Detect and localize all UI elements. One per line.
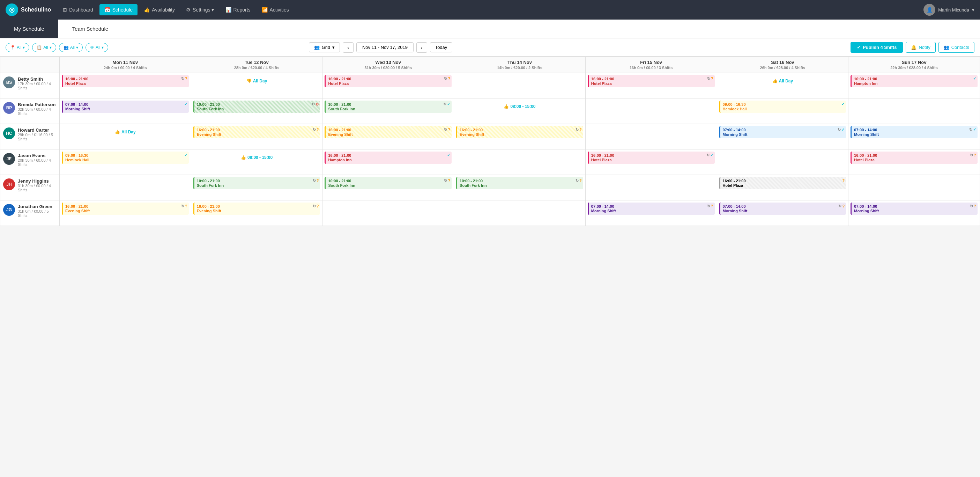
nav-reports[interactable]: 📊 Reports [221,4,256,15]
location-filter[interactable]: 📍 All ▾ [6,43,29,52]
shift-cell-p2-d0[interactable]: 👍 All Day [60,124,191,150]
shift-cell-p0-d1[interactable]: 👎 All Day [191,73,323,99]
shift-block[interactable]: 16:00 - 21:00 Evening Shift ↻? [325,126,452,138]
shift-icons: ? [842,179,845,183]
contacts-button[interactable]: 👥 Contacts [939,42,974,53]
shift-cell-p0-d4[interactable]: 16:00 - 21:00 Hotel Plaza ↻? [585,73,717,99]
shift-block[interactable]: 09:00 - 16:30 Hemlock Hall ✓ [62,152,189,164]
shift-block[interactable]: 16:00 - 21:00 Hampton Inn ✓ [325,152,452,164]
shift-block[interactable]: 16:00 - 21:00 Evening Shift ↻? [193,203,320,215]
shift-block[interactable]: 16:00 - 21:00 Hampton Inn ✓ [851,75,978,87]
shift-block[interactable]: 16:00 - 21:00 Evening Shift ↻? [456,126,583,138]
shift-block[interactable]: 07:00 - 14:00 Morning Shift ✓ [62,101,189,113]
shift-time: 16:00 - 21:00 [328,153,352,158]
notify-button[interactable]: 🔔 Notify [906,42,935,53]
shift-cell-p5-d0[interactable]: 16:00 - 21:00 Evening Shift ↻? [60,201,191,226]
person-cell-3: JE Jason Evans 20h 30m / €0.00 / 4 Shift… [0,150,60,175]
shift-cell-p4-d5[interactable]: 16:00 - 21:00 Hotel Plaza ? [717,175,848,201]
shift-cell-p3-d3[interactable] [454,150,585,175]
shift-block[interactable]: 07:00 - 14:00 Morning Shift ↻? [588,203,715,215]
tab-team-schedule[interactable]: Team Schedule [58,19,122,38]
shift-cell-p2-d3[interactable]: 16:00 - 21:00 Evening Shift ↻? [454,124,585,150]
shift-block[interactable]: 16:00 - 21:00 Evening Shift ↻? [62,203,189,215]
user-menu[interactable]: 👤 Martin Micunda ▾ [923,4,974,16]
shift-cell-p5-d5[interactable]: 07:00 - 14:00 Morning Shift ↻? [717,201,848,226]
nav-settings[interactable]: ⚙ Settings ▾ [181,4,219,15]
shift-cell-p5-d4[interactable]: 07:00 - 14:00 Morning Shift ↻? [585,201,717,226]
shift-block[interactable]: 07:00 - 14:00 Morning Shift ↻✓ [719,126,846,138]
nav-schedule[interactable]: 📅 Schedule [99,4,137,15]
shift-block[interactable]: 10:00 - 21:00 South Fork Inn ↻✓ [325,101,452,113]
today-button[interactable]: Today [430,42,453,53]
shift-cell-p1-d1[interactable]: 10:00 - 21:00 South Fork Inn ↻⊘ [191,99,323,124]
shift-cell-p1-d4[interactable] [585,99,717,124]
shift-block[interactable]: 07:00 - 14:00 Morning Shift ↻? [851,203,978,215]
shift-cell-p4-d2[interactable]: 10:00 - 21:00 South Fork Inn ↻? [323,175,454,201]
shift-cell-p2-d2[interactable]: 16:00 - 21:00 Evening Shift ↻? [323,124,454,150]
shift-cell-p3-d0[interactable]: 09:00 - 16:30 Hemlock Hall ✓ [60,150,191,175]
shift-block[interactable]: 07:00 - 14:00 Morning Shift ↻✓ [851,126,978,138]
shift-cell-p0-d6[interactable]: 16:00 - 21:00 Hampton Inn ✓ [848,73,980,99]
shift-block[interactable]: 16:00 - 21:00 Hotel Plaza ↻? [325,75,452,87]
shift-block[interactable]: 16:00 - 21:00 Hotel Plaza ↻? [588,75,715,87]
shift-block[interactable]: 16:00 - 21:00 Hotel Plaza ? [719,177,846,189]
shift-time: 07:00 - 14:00 [65,102,90,107]
shift-location: South Fork Inn [460,183,487,188]
shift-cell-p2-d5[interactable]: 07:00 - 14:00 Morning Shift ↻✓ [717,124,848,150]
shift-cell-p1-d5[interactable]: 09:00 - 16:30 Hemlock Hall ✓ [717,99,848,124]
shift-cell-p0-d2[interactable]: 16:00 - 21:00 Hotel Plaza ↻? [323,73,454,99]
next-week-button[interactable]: › [416,42,427,53]
shift-cell-p4-d0[interactable] [60,175,191,201]
publish-shifts-button[interactable]: ✓ Publish 4 Shifts [851,42,903,53]
shift-cell-p1-d2[interactable]: 10:00 - 21:00 South Fork Inn ↻✓ [323,99,454,124]
prev-week-button[interactable]: ‹ [343,42,353,53]
shift-cell-p2-d6[interactable]: 07:00 - 14:00 Morning Shift ↻✓ [848,124,980,150]
tab-my-schedule[interactable]: My Schedule [0,19,58,38]
shift-cell-p0-d0[interactable]: 16:00 - 21:00 Hotel Plaza ↻? [60,73,191,99]
shift-cell-p2-d1[interactable]: 16:00 - 21:00 Evening Shift ↻? [191,124,323,150]
shift-block[interactable]: 10:00 - 21:00 South Fork Inn ↻? [193,177,320,189]
shift-cell-p3-d2[interactable]: 16:00 - 21:00 Hampton Inn ✓ [323,150,454,175]
shift-cell-p4-d4[interactable] [585,175,717,201]
shift-cell-p1-d3[interactable]: 👍 08:00 - 15:00 [454,99,585,124]
shift-block[interactable]: 10:00 - 21:00 South Fork Inn ↻? [325,177,452,189]
shift-cell-p1-d0[interactable]: 07:00 - 14:00 Morning Shift ✓ [60,99,191,124]
shift-cell-p0-d5[interactable]: 👍 All Day [717,73,848,99]
team-filter[interactable]: 👥 All ▾ [59,43,83,52]
nav-availability[interactable]: 👍 Availability [139,4,180,15]
shift-block[interactable]: 07:00 - 14:00 Morning Shift ↻? [719,203,846,215]
shift-icons: ↻? [970,153,976,158]
shift-cell-p3-d4[interactable]: 16:00 - 21:00 Hotel Plaza ↻✓ [585,150,717,175]
schedule-table: Mon 11 Nov 24h 0m / €0.00 / 4 Shifts Tue… [0,57,980,226]
shift-block[interactable]: 10:00 - 21:00 South Fork Inn ↻⊘ [193,101,320,113]
nav-dashboard[interactable]: ⊞ Dashboard [58,4,98,15]
shift-cell-p3-d5[interactable] [717,150,848,175]
shift-cell-p5-d3[interactable] [454,201,585,226]
shift-cell-p1-d6[interactable] [848,99,980,124]
shift-block[interactable]: 09:00 - 16:30 Hemlock Hall ✓ [719,101,846,113]
shift-cell-p3-d1[interactable]: 👍 08:00 - 15:00 [191,150,323,175]
shift-cell-p0-d3[interactable] [454,73,585,99]
shift-block[interactable]: 16:00 - 21:00 Hotel Plaza ↻? [62,75,189,87]
shift-cell-p5-d6[interactable]: 07:00 - 14:00 Morning Shift ↻? [848,201,980,226]
shift-cell-p5-d2[interactable] [323,201,454,226]
shift-block[interactable]: 16:00 - 21:00 Hotel Plaza ↻✓ [588,152,715,164]
empty-slot [456,203,583,223]
shift-cell-p4-d6[interactable] [848,175,980,201]
grid-select[interactable]: 👥 Grid ▾ [309,42,340,53]
shift-block[interactable]: 16:00 - 21:00 Hotel Plaza ↻? [851,152,978,164]
shift-time: 07:00 - 14:00 [854,204,879,209]
shift-block[interactable]: 10:00 - 21:00 South Fork Inn ↻? [456,177,583,189]
empty-slot [62,177,189,198]
shift-cell-p4-d3[interactable]: 10:00 - 21:00 South Fork Inn ↻? [454,175,585,201]
shift-block[interactable]: 16:00 - 21:00 Evening Shift ↻? [193,126,320,138]
empty-slot [588,126,715,147]
role-filter[interactable]: 📋 All ▾ [32,43,56,52]
shift-cell-p3-d6[interactable]: 16:00 - 21:00 Hotel Plaza ↻? [848,150,980,175]
view-filter[interactable]: 👁 All ▾ [86,43,108,52]
shift-cell-p5-d1[interactable]: 16:00 - 21:00 Evening Shift ↻? [191,201,323,226]
shift-cell-p4-d1[interactable]: 10:00 - 21:00 South Fork Inn ↻? [191,175,323,201]
shift-cell-p2-d4[interactable] [585,124,717,150]
nav-activities[interactable]: 📶 Activities [257,4,294,15]
availability-icon: 👍 [144,7,150,13]
